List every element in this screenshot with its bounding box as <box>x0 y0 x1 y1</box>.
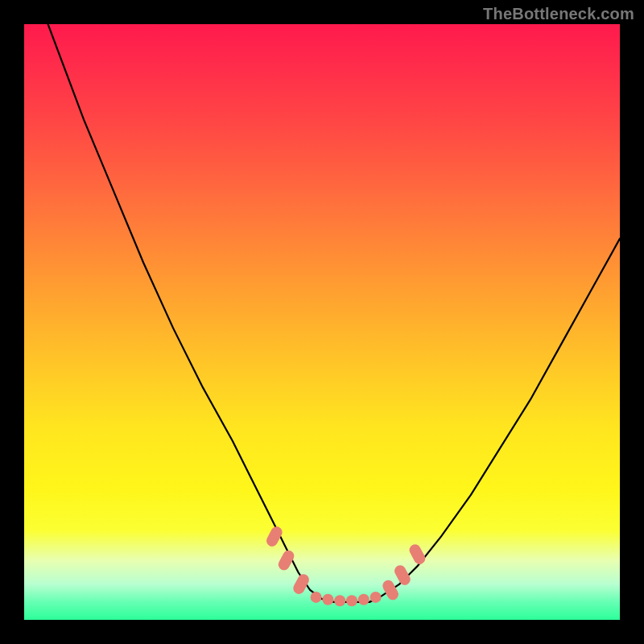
marker-dot <box>334 595 345 606</box>
marker-capsule <box>407 543 427 567</box>
chart-plot-area <box>24 24 620 620</box>
outer-frame: TheBottleneck.com <box>0 0 644 644</box>
marker-dot <box>311 592 322 603</box>
marker-dot <box>346 595 357 606</box>
marker-dot <box>322 594 333 605</box>
marker-capsule <box>291 572 312 597</box>
marker-dot <box>358 594 369 605</box>
bottleneck-curve-line <box>48 24 620 602</box>
marker-capsule <box>381 578 401 602</box>
chart-svg <box>24 24 620 620</box>
marker-dot <box>370 592 382 603</box>
threshold-markers-group <box>265 525 427 607</box>
watermark-text: TheBottleneck.com <box>483 5 634 23</box>
